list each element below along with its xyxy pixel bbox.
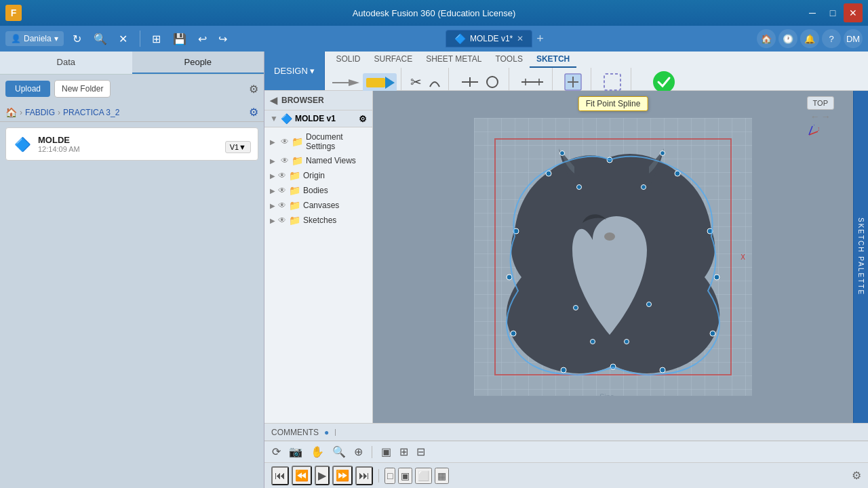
nav-right-arrow[interactable]: →: [821, 111, 831, 122]
browser-collapse-button[interactable]: ◀: [270, 95, 277, 106]
tree-item-bodies[interactable]: ▶ 👁 📁 Bodies: [264, 183, 372, 198]
tree-root[interactable]: ▼ 🔷 MOLDE v1 ⚙: [264, 110, 372, 127]
tree-item-document-settings[interactable]: ▶ 👁 📁 Document Settings: [264, 130, 372, 153]
redo-button[interactable]: ↪: [214, 29, 233, 48]
orbit-icon[interactable]: ⟳: [270, 443, 283, 460]
tree-item-canvases[interactable]: ▶ 👁 📁 Canvases: [264, 198, 372, 213]
bc-sep-2: ›: [58, 108, 60, 117]
canvas-area: ◀ BROWSER ▼ 🔷 MOLDE v1 ⚙ ▶ 👁 📁: [264, 91, 868, 423]
minimize-button[interactable]: ─: [803, 3, 822, 22]
user-menu-button[interactable]: 👤 Daniela ▾: [5, 31, 64, 46]
tab-sheet-metal[interactable]: SHEET METAL: [419, 52, 488, 68]
home-button[interactable]: 🏠: [757, 29, 776, 48]
app-title: Autodesk Fusion 360 (Education License): [353, 8, 516, 18]
arc-tool[interactable]: [425, 72, 444, 92]
skip-start-button[interactable]: ⏮: [271, 466, 289, 485]
main-area: Data People Upload New Folder ⚙ 🏠 › FABD…: [0, 52, 868, 488]
home-breadcrumb[interactable]: 🏠: [5, 107, 17, 118]
pan-icon[interactable]: ✋: [309, 443, 326, 460]
comments-dot[interactable]: ●: [324, 428, 329, 437]
eye-icon-bodies[interactable]: 👁: [278, 186, 286, 195]
scissors-tool[interactable]: ✂: [408, 72, 424, 92]
comments-label: COMMENTS: [271, 428, 319, 437]
new-folder-button[interactable]: New Folder: [54, 80, 111, 98]
frame-btn-1[interactable]: □: [384, 468, 395, 484]
constraints-tool-2[interactable]: [483, 73, 502, 92]
bc-fabdig[interactable]: FABDIG: [25, 108, 55, 117]
tree-root-settings[interactable]: ⚙: [359, 114, 367, 124]
new-tab-button[interactable]: +: [536, 32, 544, 46]
clock-button[interactable]: 🕐: [778, 29, 797, 48]
viewport-top-label[interactable]: TOP: [807, 96, 834, 110]
tab-close-button[interactable]: ✕: [517, 34, 524, 43]
save-button[interactable]: 💾: [170, 29, 189, 48]
tree-item-sketches[interactable]: ▶ 👁 📁 Sketches: [264, 213, 372, 228]
grid-display-icon[interactable]: ⊞: [397, 443, 410, 460]
left-panel-actions: Upload New Folder ⚙: [0, 75, 264, 103]
tree-label-bodies: Bodies: [303, 186, 328, 195]
search-button[interactable]: 🔍: [91, 29, 110, 48]
fit-point-spline-button[interactable]: [363, 73, 397, 92]
svg-point-16: [604, 232, 615, 241]
eye-icon-sketches[interactable]: 👁: [278, 216, 286, 225]
tree-label-canvases: Canvases: [303, 201, 339, 210]
nav-left-arrow[interactable]: ←: [810, 111, 820, 122]
frame-btn-3[interactable]: ⬜: [415, 468, 432, 484]
tree-item-origin[interactable]: ▶ 👁 📁 Origin: [264, 168, 372, 183]
frame-btn-2[interactable]: ▣: [398, 468, 412, 484]
file-item[interactable]: 🔷 MOLDE 12:14:09 AM V1▼: [5, 127, 258, 161]
frame-btn-4[interactable]: ▦: [435, 468, 449, 484]
undo-button[interactable]: ↩: [193, 29, 212, 48]
main-canvas[interactable]: Fit Point Spline TOP ← →: [373, 91, 853, 423]
svg-point-25: [511, 331, 516, 336]
eye-icon-doc[interactable]: 👁: [281, 137, 289, 146]
refresh-button[interactable]: ↻: [68, 29, 87, 48]
fit-icon[interactable]: ⊕: [352, 443, 365, 460]
tab-data[interactable]: Data: [0, 52, 132, 74]
tab-solid[interactable]: SOLID: [329, 52, 367, 68]
design-tab-row: SOLID SURFACE SHEET METAL TOOLS SKETCH: [325, 52, 868, 68]
eye-icon-canvases[interactable]: 👁: [278, 201, 286, 210]
file-version[interactable]: V1▼: [225, 141, 251, 153]
drawing-area[interactable]: Sinc X: [474, 118, 752, 396]
eye-icon-views2[interactable]: 👁: [281, 156, 289, 165]
tab-surface[interactable]: SURFACE: [367, 52, 419, 68]
settings-icon[interactable]: ⚙: [249, 83, 258, 96]
help-button[interactable]: ?: [822, 29, 841, 48]
sketch-palette[interactable]: SKETCH PALETTE: [853, 91, 868, 423]
grid-snap-icon[interactable]: ⊟: [414, 443, 427, 460]
bc-practica[interactable]: PRACTICA 3_2: [63, 108, 119, 117]
svg-rect-13: [604, 74, 620, 90]
comments-bar: COMMENTS ● |: [264, 423, 868, 441]
tree-item-named-views[interactable]: ▶ 👁 📁 Named Views: [264, 153, 372, 168]
folder-icon-views: 📁: [292, 155, 303, 166]
title-bar: F Autodesk Fusion 360 (Education License…: [0, 0, 868, 26]
camera-icon[interactable]: 📷: [287, 443, 304, 460]
skip-end-button[interactable]: ⏭: [355, 466, 373, 485]
svg-point-6: [487, 77, 498, 87]
maximize-button[interactable]: □: [823, 3, 842, 22]
breadcrumb-settings-icon[interactable]: ⚙: [249, 106, 258, 119]
close-button[interactable]: ✕: [844, 3, 863, 22]
tab-label: MOLDE v1*: [470, 34, 513, 43]
bell-button[interactable]: 🔔: [800, 29, 819, 48]
tab-tools[interactable]: TOOLS: [488, 52, 529, 68]
tab-people[interactable]: People: [132, 52, 264, 74]
play-button[interactable]: ▶: [315, 466, 330, 485]
settings-gear-bottom[interactable]: ⚙: [852, 469, 861, 482]
close-panel-button[interactable]: ✕: [114, 29, 133, 48]
constraints-tool-1[interactable]: [458, 73, 481, 92]
display-mode-icon[interactable]: ▣: [379, 443, 393, 460]
tab-sketch[interactable]: SKETCH: [530, 52, 576, 68]
step-back-button[interactable]: ⏪: [292, 466, 312, 485]
step-fwd-button[interactable]: ⏩: [332, 466, 353, 485]
line-tool-button[interactable]: [328, 73, 361, 92]
eye-icon-origin[interactable]: 👁: [278, 171, 286, 180]
zoom-icon[interactable]: 🔍: [330, 443, 348, 460]
upload-button[interactable]: Upload: [5, 81, 50, 97]
design-menu-button[interactable]: DESIGN ▾: [264, 52, 325, 90]
inspect-tool[interactable]: [518, 73, 547, 92]
active-tab[interactable]: 🔷 MOLDE v1* ✕: [446, 30, 532, 47]
file-info: MOLDE 12:14:09 AM: [38, 135, 250, 153]
grid-view-button[interactable]: ⊞: [147, 29, 166, 48]
